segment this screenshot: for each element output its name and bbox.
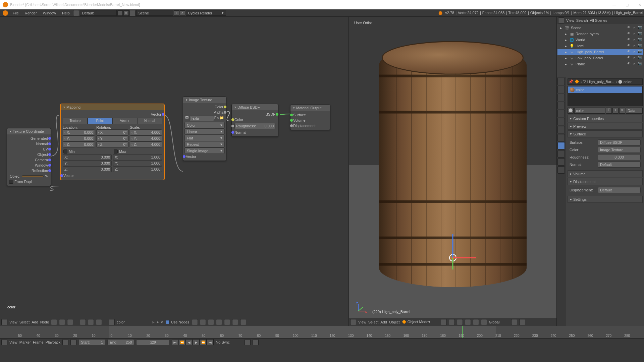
tab-data[interactable] xyxy=(557,134,565,141)
material-name-field[interactable]: color xyxy=(574,108,605,114)
selectable-toggle[interactable]: ▹ xyxy=(632,50,637,54)
ne-node-menu[interactable]: Node xyxy=(40,320,49,324)
mat-unlink[interactable]: × xyxy=(161,320,163,324)
manip-scale-icon[interactable] xyxy=(481,319,487,325)
jump-end-button[interactable]: ⏭ xyxy=(207,339,214,345)
vp-select-menu[interactable]: Select xyxy=(368,320,379,324)
visibility-toggle[interactable]: 👁 xyxy=(627,44,631,48)
tab-point[interactable]: Point xyxy=(88,118,112,124)
rot-x[interactable]: ‹ X:0° xyxy=(96,129,128,135)
roughness-field[interactable]: 0.000 xyxy=(598,154,641,160)
image-name-field[interactable]: Textu xyxy=(189,116,214,121)
manip-rotate-icon[interactable] xyxy=(473,319,479,325)
current-frame-field[interactable]: 229 xyxy=(136,340,170,345)
tab-texture[interactable]: Texture xyxy=(63,118,88,124)
editor-type-icon[interactable] xyxy=(1,339,7,345)
maximize-button[interactable]: ▢ xyxy=(626,3,629,7)
editor-type-icon[interactable] xyxy=(558,17,564,23)
scene-field[interactable]: Scene xyxy=(136,10,173,16)
scale-x[interactable]: ‹ X:4.000 xyxy=(130,129,162,135)
ne-add-menu[interactable]: Add xyxy=(32,320,38,324)
mat-add[interactable]: + xyxy=(157,320,159,324)
expand-icon[interactable]: ▸ xyxy=(564,62,568,66)
material-add[interactable]: + xyxy=(612,108,619,114)
tab-normal[interactable]: Normal xyxy=(137,118,162,124)
tab-particles[interactable] xyxy=(557,158,565,166)
mat-fake-user[interactable]: F xyxy=(152,320,155,324)
object-picker[interactable] xyxy=(22,175,44,177)
selectable-toggle[interactable]: ▹ xyxy=(632,56,637,60)
gizmo-y-axis[interactable] xyxy=(452,258,453,269)
tree-type-shader-icon[interactable] xyxy=(51,319,57,325)
selectable-toggle[interactable]: ▹ xyxy=(632,25,637,30)
outliner-view-menu[interactable]: View xyxy=(566,18,574,22)
expand-icon[interactable]: ▸ xyxy=(564,32,568,36)
extension-dropdown[interactable]: Repeat▾ xyxy=(184,141,225,147)
minimize-button[interactable]: — xyxy=(612,3,616,7)
keyframe-next-button[interactable]: ⏩ xyxy=(200,339,207,345)
expand-icon[interactable]: ▸ xyxy=(564,38,568,42)
material-slot-list[interactable]: color xyxy=(568,86,643,106)
range-icon[interactable] xyxy=(62,339,68,345)
tree-row-world[interactable]: ▸🌐World👁▹📷 xyxy=(557,37,643,43)
source-dropdown[interactable]: Single Image▾ xyxy=(184,147,225,154)
vp-add-menu[interactable]: Add xyxy=(380,320,387,324)
tab-render-layers[interactable] xyxy=(557,86,565,93)
file-menu[interactable]: File xyxy=(10,10,21,16)
manipulator-icon[interactable] xyxy=(457,319,463,325)
autokey-icon[interactable] xyxy=(245,339,251,345)
paste-icon[interactable] xyxy=(232,319,238,325)
material-slot-row[interactable]: color xyxy=(568,86,642,93)
keyingset-icon[interactable] xyxy=(253,339,259,345)
node-diffuse-bsdf[interactable]: ▾Diffuse BSDF BSDF Color Roughness:0.000… xyxy=(231,104,278,137)
add-layout-button[interactable]: + xyxy=(117,10,123,16)
node-material-output[interactable]: ▾Material Output Surface Volume Displace… xyxy=(290,105,330,130)
shader-type-object-icon[interactable] xyxy=(80,319,86,325)
vp-view-menu[interactable]: View xyxy=(358,320,366,324)
material-name-field[interactable]: color xyxy=(117,320,150,324)
tab-material[interactable] xyxy=(557,142,565,149)
visibility-toggle[interactable]: 👁 xyxy=(627,32,631,36)
projection-dropdown[interactable]: Flat▾ xyxy=(184,135,225,141)
tab-texture[interactable] xyxy=(557,150,565,158)
panel-surface[interactable]: ▾Surface xyxy=(568,130,643,137)
expand-icon[interactable]: ▸ xyxy=(564,56,568,60)
sync-dropdown[interactable]: No Sync xyxy=(216,340,243,344)
material-fake-user[interactable]: F xyxy=(606,108,612,114)
shader-type-line-icon[interactable] xyxy=(96,319,102,325)
scale-y[interactable]: ‹ Y:4.000 xyxy=(130,135,162,141)
max-checkbox[interactable] xyxy=(114,149,118,154)
render-menu[interactable]: Render xyxy=(22,10,40,16)
tree-row-hemi[interactable]: ▸💡Hemi👁▹📷 xyxy=(557,43,643,49)
outliner-display-mode[interactable]: All Scenes xyxy=(590,18,617,22)
from-dupli-checkbox[interactable] xyxy=(9,180,13,184)
tl-frame-menu[interactable]: Frame xyxy=(33,340,44,344)
material-browse-icon[interactable] xyxy=(109,319,115,325)
node-mapping[interactable]: ▾Mapping Vector Texture Point Vector Nor… xyxy=(60,104,164,180)
tl-playback-menu[interactable]: Playback xyxy=(46,340,61,344)
start-frame-field[interactable]: Start:1 xyxy=(78,339,105,345)
editor-type-icon[interactable] xyxy=(350,319,356,325)
pivot-icon[interactable] xyxy=(449,319,455,325)
breadcrumb-object[interactable]: High_poly_Bar... xyxy=(587,80,614,84)
expand-icon[interactable]: ▸ xyxy=(564,44,568,48)
node-image-texture[interactable]: ▾Image Texture Color Alpha 🖼 Textu F × 📁… xyxy=(183,97,226,161)
layers-grid-icon[interactable] xyxy=(519,319,525,325)
copy-icon[interactable] xyxy=(224,319,230,325)
tree-row-plane[interactable]: ▸▽Plane👁▹📷 xyxy=(557,61,643,67)
jump-start-button[interactable]: ⏮ xyxy=(172,339,178,345)
snap-icon[interactable] xyxy=(208,319,214,325)
loc-x[interactable]: ‹ X:0.000 xyxy=(63,129,95,135)
panel-volume[interactable]: ▸Volume xyxy=(568,170,643,177)
rot-y[interactable]: ‹ Y:0° xyxy=(96,135,128,141)
play-button[interactable]: ▶ xyxy=(193,339,200,345)
normal-dropdown[interactable]: Default xyxy=(598,162,641,168)
open-button[interactable]: 📁 xyxy=(219,116,224,121)
add-scene-button[interactable]: + xyxy=(174,10,179,16)
tree-type-texture-icon[interactable] xyxy=(67,319,73,325)
renderable-toggle[interactable]: 📷 xyxy=(637,32,642,36)
scale-z[interactable]: ‹ Z:4.000 xyxy=(130,141,162,147)
tree-row-scene[interactable]: ▸🎬Scene👁▹📷 xyxy=(557,25,643,31)
renderable-toggle[interactable]: 📷 xyxy=(637,50,642,54)
renderable-toggle[interactable]: 📷 xyxy=(637,38,642,42)
